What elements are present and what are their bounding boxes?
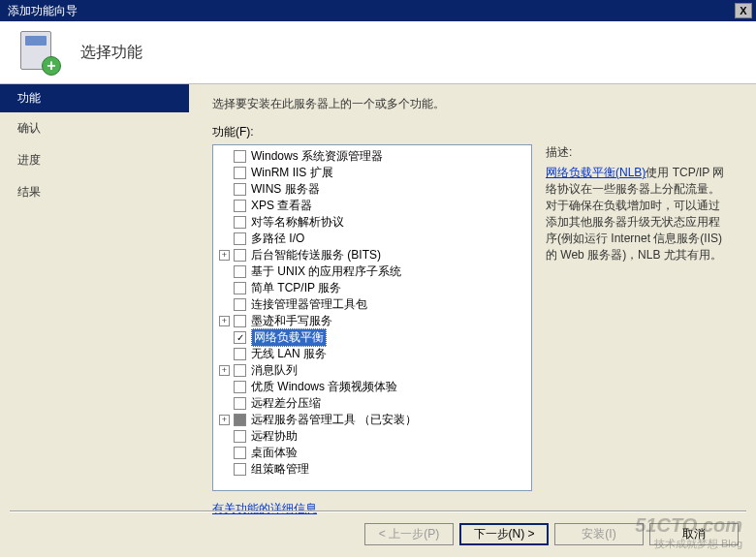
- checkbox[interactable]: [234, 200, 246, 212]
- checkbox[interactable]: [234, 298, 246, 311]
- checkbox[interactable]: [234, 249, 246, 262]
- checkbox[interactable]: [234, 167, 246, 179]
- tree-item[interactable]: 远程协助: [216, 428, 528, 445]
- titlebar: 添加功能向导 X: [0, 0, 756, 21]
- sidebar-item-0[interactable]: 功能: [0, 84, 189, 112]
- tree-item[interactable]: 桌面体验: [216, 445, 528, 461]
- main-content: 选择要安装在此服务器上的一个或多个功能。 功能(F): Windows 系统资源…: [189, 84, 756, 503]
- tree-item[interactable]: 远程差分压缩: [216, 395, 528, 412]
- checkbox[interactable]: [234, 282, 246, 294]
- tree-item-label: WinRM IIS 扩展: [251, 165, 333, 181]
- checkbox[interactable]: [234, 430, 246, 443]
- tree-item-label: WINS 服务器: [251, 181, 320, 198]
- tree-item-label: 简单 TCP/IP 服务: [251, 280, 341, 296]
- features-tree[interactable]: Windows 系统资源管理器WinRM IIS 扩展WINS 服务器XPS 查…: [212, 144, 532, 491]
- tree-item[interactable]: +消息队列: [216, 362, 528, 379]
- checkbox[interactable]: [234, 463, 246, 476]
- description-body: 网络负载平衡(NLB)使用 TCP/IP 网络协议在一些服务器上分配流量。对于确…: [546, 165, 729, 263]
- tree-item-label: 远程差分压缩: [251, 395, 321, 412]
- tree-item-label: 墨迹和手写服务: [251, 313, 332, 329]
- separator: [10, 511, 746, 512]
- checkbox[interactable]: [234, 216, 246, 229]
- tree-item[interactable]: +远程服务器管理工具 （已安装）: [216, 412, 528, 428]
- tree-item[interactable]: 网络负载平衡: [216, 329, 528, 346]
- tree-item[interactable]: WinRM IIS 扩展: [216, 165, 528, 181]
- checkbox[interactable]: [234, 232, 246, 245]
- tree-item-label: 远程服务器管理工具 （已安装）: [251, 412, 417, 428]
- tree-item[interactable]: XPS 查看器: [216, 198, 528, 214]
- tree-item-label: 消息队列: [251, 362, 298, 379]
- tree-item-label: 后台智能传送服务 (BITS): [251, 247, 381, 263]
- description-link[interactable]: 网络负载平衡(NLB): [546, 166, 646, 179]
- expander-icon[interactable]: +: [219, 415, 230, 425]
- tree-item[interactable]: 无线 LAN 服务: [216, 346, 528, 362]
- tree-item-label: 基于 UNIX 的应用程序子系统: [251, 263, 401, 280]
- window-title: 添加功能向导: [4, 3, 735, 19]
- more-info-link[interactable]: 有关功能的详细信息: [212, 501, 317, 517]
- checkbox[interactable]: [234, 265, 246, 278]
- tree-item[interactable]: 连接管理器管理工具包: [216, 296, 528, 313]
- cancel-button[interactable]: 取消: [649, 523, 739, 545]
- checkbox[interactable]: [234, 348, 246, 360]
- wizard-icon: +: [15, 29, 61, 76]
- checkbox[interactable]: [234, 397, 246, 410]
- features-label: 功能(F):: [212, 124, 739, 140]
- checkbox[interactable]: [234, 364, 246, 377]
- tree-item[interactable]: WINS 服务器: [216, 181, 528, 198]
- close-button[interactable]: X: [735, 3, 752, 18]
- tree-item[interactable]: Windows 系统资源管理器: [216, 148, 528, 165]
- tree-item-label: 远程协助: [251, 428, 298, 445]
- expander-icon[interactable]: +: [219, 250, 230, 261]
- instruction-text: 选择要安装在此服务器上的一个或多个功能。: [212, 96, 739, 112]
- tree-item-label: 对等名称解析协议: [251, 214, 344, 231]
- tree-item[interactable]: 优质 Windows 音频视频体验: [216, 379, 528, 395]
- tree-item-label: 连接管理器管理工具包: [251, 296, 367, 313]
- expander-icon[interactable]: +: [219, 316, 230, 326]
- tree-item-label: 网络负载平衡: [251, 328, 327, 347]
- tree-item-label: 无线 LAN 服务: [251, 346, 327, 362]
- tree-item-label: 组策略管理: [251, 461, 309, 478]
- expander-icon[interactable]: +: [219, 365, 230, 376]
- tree-item[interactable]: 多路径 I/O: [216, 231, 528, 247]
- tree-item-label: XPS 查看器: [251, 198, 312, 214]
- install-button: 安装(I): [554, 523, 644, 545]
- tree-item-label: 多路径 I/O: [251, 231, 304, 247]
- header: + 选择功能: [0, 21, 756, 84]
- previous-button: < 上一步(P): [364, 523, 454, 545]
- button-row: < 上一步(P) 下一步(N) > 安装(I) 取消: [364, 523, 739, 545]
- checkbox[interactable]: [234, 414, 246, 426]
- sidebar-item-1[interactable]: 确认: [0, 112, 189, 144]
- tree-item-label: 优质 Windows 音频视频体验: [251, 379, 397, 395]
- next-button[interactable]: 下一步(N) >: [459, 523, 549, 545]
- tree-item[interactable]: 基于 UNIX 的应用程序子系统: [216, 263, 528, 280]
- tree-item[interactable]: 组策略管理: [216, 461, 528, 478]
- sidebar: 功能确认进度结果: [0, 84, 189, 503]
- description-panel: 描述: 网络负载平衡(NLB)使用 TCP/IP 网络协议在一些服务器上分配流量…: [546, 144, 739, 491]
- tree-item[interactable]: 对等名称解析协议: [216, 214, 528, 231]
- plus-icon: +: [42, 56, 61, 76]
- checkbox[interactable]: [234, 183, 246, 196]
- tree-item[interactable]: +后台智能传送服务 (BITS): [216, 247, 528, 263]
- tree-item[interactable]: 简单 TCP/IP 服务: [216, 280, 528, 296]
- checkbox[interactable]: [234, 150, 246, 163]
- sidebar-item-3[interactable]: 结果: [0, 176, 189, 208]
- tree-item-label: Windows 系统资源管理器: [251, 148, 383, 165]
- tree-item-label: 桌面体验: [251, 445, 298, 461]
- checkbox[interactable]: [234, 331, 246, 344]
- description-title: 描述:: [546, 144, 729, 161]
- tree-item[interactable]: +墨迹和手写服务: [216, 313, 528, 329]
- sidebar-item-2[interactable]: 进度: [0, 144, 189, 176]
- page-title: 选择功能: [80, 43, 142, 63]
- checkbox[interactable]: [234, 381, 246, 393]
- checkbox[interactable]: [234, 447, 246, 459]
- checkbox[interactable]: [234, 315, 246, 327]
